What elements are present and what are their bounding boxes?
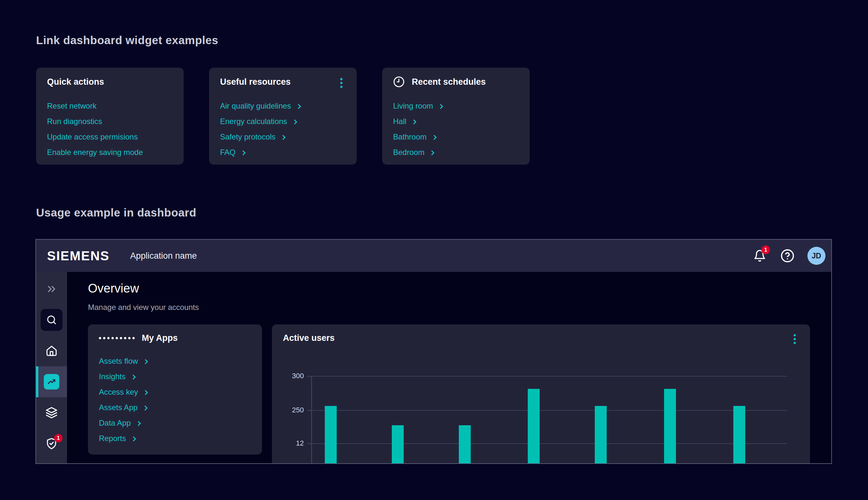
gridline [311,443,787,444]
card-title: Useful resources [220,77,290,87]
notifications-button[interactable]: 1 [752,248,767,263]
link-label: FAQ [220,148,236,157]
sidebar-item-home[interactable] [36,336,67,366]
link-item[interactable]: Bedroom [393,145,519,160]
chevron-right-icon [143,359,148,364]
bar [459,425,471,464]
bar-chart: 30025012 [311,376,787,464]
link-label: Insights [99,372,126,381]
layers-icon [45,407,58,419]
link-item[interactable]: Access key [99,384,251,400]
link-label: Access key [99,388,138,397]
kebab-menu-icon[interactable] [339,77,344,89]
y-tick-label: 250 [277,406,304,414]
link-item[interactable]: Insights [99,369,251,384]
y-tick-label: 12 [277,439,304,447]
link-label: Air quality guidelines [220,102,291,111]
chevron-right-icon [430,150,435,155]
card-title: Quick actions [47,77,104,87]
main-content: Overview Manage and view your accounts M… [67,272,832,464]
link-item[interactable]: Assets App [99,400,251,415]
active-users-card: Active users 30025012 [272,325,810,464]
page: Link dashboard widget examples Quick act… [0,0,868,500]
notification-badge: 1 [761,246,770,254]
avatar[interactable]: JD [808,247,825,265]
link-label: Bathroom [393,133,426,141]
sidebar-collapse-button[interactable] [36,273,67,305]
section-title-usage-example: Usage example in dashboard [36,206,196,219]
chevron-right-icon [438,104,443,109]
chevron-right-icon [143,405,148,410]
search-tile [41,309,62,331]
link-label: Energy calculations [220,117,287,126]
link-label: Hall [393,117,406,126]
card-title: Active users [283,333,335,343]
bar [595,406,607,464]
link-label: Enable energy saving mode [47,148,143,157]
bar [325,406,337,464]
card-header: Quick actions [47,76,173,88]
chevron-right-icon [292,119,297,124]
axis-tick [307,410,311,411]
link-item[interactable]: Update access permisions [47,129,173,145]
search-icon [46,315,57,326]
chevron-right-icon [241,150,246,155]
chevron-right-icon [411,119,416,124]
card-title: Recent schedules [412,77,486,87]
link-item[interactable]: Enable energy saving mode [47,145,173,160]
link-item[interactable]: Reports [99,431,251,446]
link-item[interactable]: FAQ [220,145,346,160]
axis-tick [307,376,311,377]
link-label: Assets flow [99,357,138,366]
kebab-menu-icon[interactable] [792,333,797,345]
sidebar: 1 [36,272,67,464]
link-item[interactable]: Run diagnostics [47,114,173,129]
sidebar-item-layers[interactable] [36,397,67,428]
chevron-right-icon [296,104,301,109]
chevron-right-icon [143,390,148,395]
bar [664,389,676,464]
link-item[interactable]: Bathroom [393,129,519,145]
card-title: My Apps [142,333,178,343]
chevron-right-icon [281,135,286,140]
bar [392,425,404,464]
application-name: Application name [130,251,197,261]
bar [733,406,745,464]
gridline [311,376,787,377]
link-label: Data App [99,419,131,428]
avatar-initials: JD [812,252,821,260]
help-button[interactable] [780,248,795,263]
sidebar-item-analytics[interactable] [36,366,67,397]
y-tick-label: 300 [277,372,304,380]
gridline [311,410,787,411]
link-item[interactable]: Safety protocols [220,129,346,145]
link-item[interactable]: Hall [393,114,519,129]
security-badge: 1 [54,434,62,442]
clock-icon [393,76,405,88]
link-label: Safety protocols [220,133,275,141]
link-item[interactable]: Energy calculations [220,114,346,129]
apps-grid-icon [99,337,135,339]
sidebar-item-security[interactable]: 1 [36,428,67,459]
siemens-logo: SIEMENS [47,249,110,263]
sidebar-item-search[interactable] [36,305,67,336]
recent-schedules-card: Recent schedules Living roomHallBathroom… [382,68,530,164]
header-actions: 1 JD [752,247,825,265]
link-label: Run diagnostics [47,117,102,126]
app-header: SIEMENS Application name 1 JD [36,240,831,272]
chevron-right-icon [130,374,136,379]
link-label: Assets App [99,403,138,412]
quick-actions-card: Quick actions Reset networkRun diagnosti… [36,68,184,164]
recent-schedules-links: Living roomHallBathroomBedroom [393,98,519,160]
link-item[interactable]: Reset network [47,98,173,114]
dashboard-example: SIEMENS Application name 1 JD [35,239,832,464]
card-header: Active users [283,332,799,344]
link-label: Reports [99,434,126,443]
useful-resources-card: Useful resources Air quality guidelinesE… [209,68,357,164]
useful-resources-links: Air quality guidelinesEnergy calculation… [220,98,346,160]
link-label: Reset network [47,102,96,111]
link-item[interactable]: Assets flow [99,353,251,369]
link-item[interactable]: Data App [99,415,251,431]
link-item[interactable]: Air quality guidelines [220,98,346,114]
link-item[interactable]: Living room [393,98,519,114]
